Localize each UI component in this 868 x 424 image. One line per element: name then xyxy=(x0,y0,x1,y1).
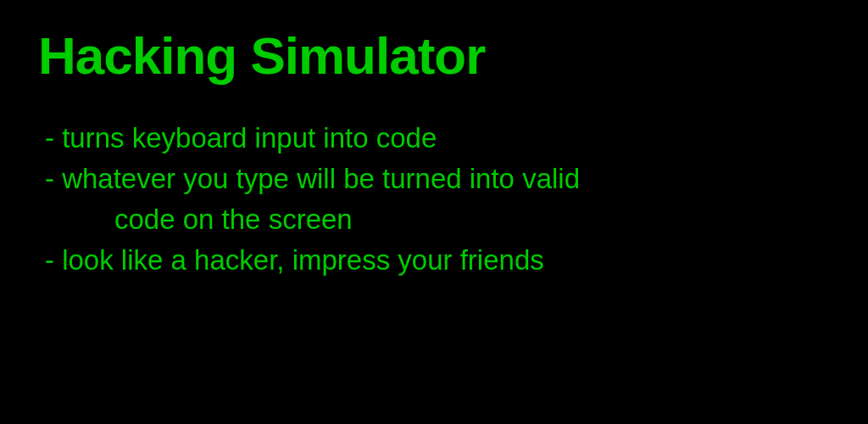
feature-list: - turns keyboard input into code - whate… xyxy=(38,118,830,280)
feature-item-continuation: code on the screen xyxy=(45,199,830,240)
feature-item: - turns keyboard input into code xyxy=(45,118,830,159)
promo-panel: Hacking Simulator - turns keyboard input… xyxy=(0,0,868,305)
feature-item: - look like a hacker, impress your frien… xyxy=(45,240,830,281)
app-title: Hacking Simulator xyxy=(38,25,830,86)
feature-item: - whatever you type will be turned into … xyxy=(45,159,830,199)
